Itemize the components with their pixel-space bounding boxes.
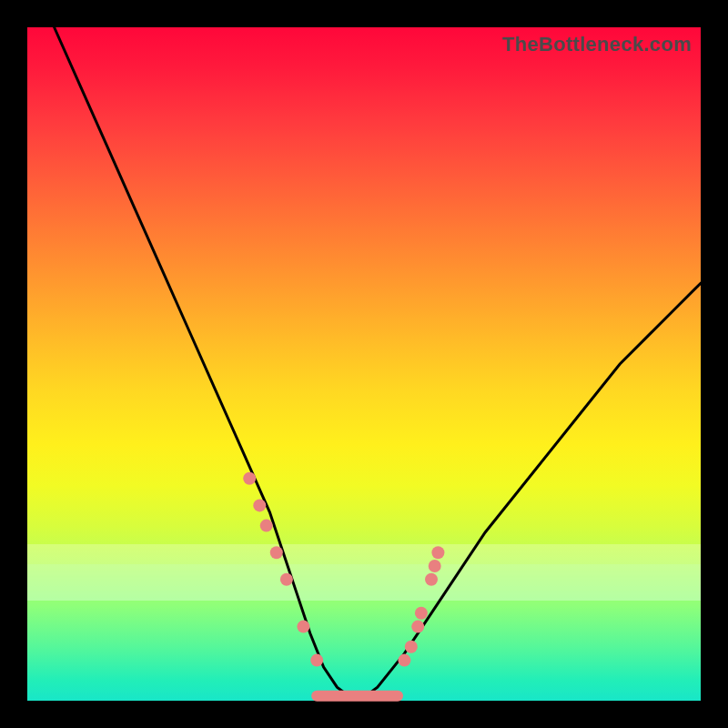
sample-dot <box>253 499 266 511</box>
chart-plot-area: TheBottleneck.com <box>27 27 701 701</box>
sample-dot <box>411 621 424 633</box>
sample-dot <box>243 472 256 485</box>
bottleneck-curve <box>55 27 701 697</box>
curve-svg <box>27 27 701 701</box>
sample-dot <box>405 641 418 653</box>
watermark-text: TheBottleneck.com <box>502 33 692 56</box>
sample-dot <box>280 573 293 586</box>
sample-dot <box>425 573 438 586</box>
sample-dot <box>310 654 323 667</box>
sample-dot <box>431 546 444 559</box>
sample-dot <box>297 621 309 633</box>
sample-dot <box>270 546 283 559</box>
sample-dot <box>398 654 410 667</box>
sample-dot <box>415 607 428 620</box>
chart-frame: TheBottleneck.com <box>0 0 728 728</box>
sample-dot <box>260 520 273 532</box>
sample-dot <box>429 560 441 572</box>
